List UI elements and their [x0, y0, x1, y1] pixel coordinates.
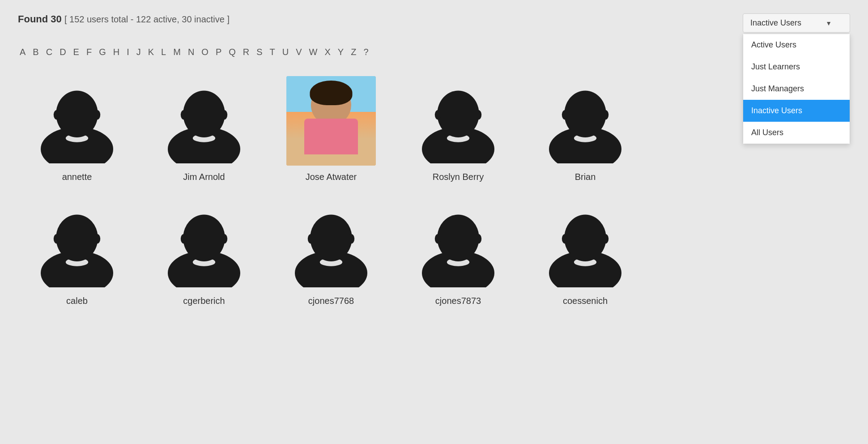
user-card[interactable]: cjones7873	[399, 200, 517, 306]
alpha-letter-s[interactable]: S	[255, 46, 264, 58]
filter-dropdown-button[interactable]: Inactive Users ▼	[743, 13, 850, 33]
dropdown-item-all-users[interactable]: All Users	[743, 122, 850, 144]
alpha-letter-e[interactable]: E	[72, 46, 81, 58]
user-card[interactable]: Jim Arnold	[145, 76, 263, 182]
alpha-letter-c[interactable]: C	[44, 46, 54, 58]
svg-point-10	[181, 110, 187, 120]
user-avatar	[32, 76, 122, 166]
alpha-letter-b[interactable]: B	[31, 46, 40, 58]
user-card[interactable]: Roslyn Berry	[399, 76, 517, 182]
alpha-letter-z[interactable]: Z	[349, 46, 358, 58]
svg-point-40	[308, 234, 314, 244]
alpha-letter-q[interactable]: Q	[227, 46, 238, 58]
user-name: caleb	[66, 296, 88, 306]
user-name: Jose Atwater	[306, 172, 357, 182]
user-card[interactable]: Brian	[526, 76, 644, 182]
alpha-letter-y[interactable]: Y	[336, 46, 345, 58]
svg-point-53	[602, 234, 608, 244]
alpha-letter-p[interactable]: P	[214, 46, 223, 58]
alpha-letter-r[interactable]: R	[241, 46, 251, 58]
svg-point-23	[602, 110, 608, 120]
svg-point-9	[183, 91, 225, 137]
svg-point-3	[56, 91, 98, 137]
user-avatar	[286, 200, 376, 290]
user-name: cgerberich	[183, 296, 225, 306]
user-name: annette	[62, 172, 92, 182]
user-avatar	[540, 200, 630, 290]
svg-point-21	[564, 91, 606, 137]
svg-point-27	[56, 215, 98, 261]
user-avatar	[286, 76, 376, 166]
alpha-letter-h[interactable]: H	[111, 46, 121, 58]
found-count: Found 30	[18, 13, 62, 25]
user-card[interactable]: cjones7768	[272, 200, 390, 306]
filter-dropdown-selected: Inactive Users	[750, 18, 801, 28]
user-name: coessenich	[563, 296, 608, 306]
user-name: Jim Arnold	[183, 172, 225, 182]
svg-point-52	[562, 234, 568, 244]
alpha-letter-d[interactable]: D	[58, 46, 68, 58]
chevron-down-icon: ▼	[825, 20, 832, 27]
alpha-letter-m[interactable]: M	[171, 46, 183, 58]
alpha-letter-k[interactable]: K	[146, 46, 156, 58]
svg-point-51	[564, 215, 606, 261]
found-text: Found 30 [ 152 users total - 122 active,…	[18, 13, 230, 25]
alpha-letter-o[interactable]: O	[200, 46, 210, 58]
alpha-nav: ABCDEFGHIJKLMNOPQRSTUVWXYZ?	[18, 46, 850, 58]
svg-point-41	[348, 234, 354, 244]
filter-dropdown-wrapper: Inactive Users ▼ Active Users Just Learn…	[743, 13, 850, 33]
user-card[interactable]: Jose Atwater	[272, 76, 390, 182]
user-avatar	[159, 76, 249, 166]
alpha-letter-w[interactable]: W	[307, 46, 319, 58]
svg-point-4	[54, 110, 60, 120]
svg-point-16	[435, 110, 441, 120]
user-card[interactable]: caleb	[18, 200, 136, 306]
alpha-letter-l[interactable]: L	[159, 46, 168, 58]
svg-point-35	[221, 234, 227, 244]
user-card[interactable]: annette	[18, 76, 136, 182]
svg-point-45	[437, 215, 479, 261]
alpha-letter-g[interactable]: G	[97, 46, 108, 58]
alpha-letter-x[interactable]: X	[323, 46, 332, 58]
alpha-letter-v[interactable]: V	[294, 46, 303, 58]
svg-point-46	[435, 234, 441, 244]
svg-point-15	[437, 91, 479, 137]
svg-point-29	[94, 234, 100, 244]
user-card[interactable]: coessenich	[526, 200, 644, 306]
svg-point-34	[181, 234, 187, 244]
user-avatar	[413, 76, 503, 166]
alpha-letter-f[interactable]: F	[85, 46, 94, 58]
svg-point-28	[54, 234, 60, 244]
alpha-letter-t[interactable]: T	[268, 46, 277, 58]
svg-point-33	[183, 215, 225, 261]
header-row: Found 30 [ 152 users total - 122 active,…	[18, 13, 850, 33]
filter-dropdown-menu: Active Users Just Learners Just Managers…	[743, 34, 850, 144]
svg-point-39	[310, 215, 352, 261]
dropdown-item-active-users[interactable]: Active Users	[743, 34, 850, 56]
user-name: Brian	[575, 172, 596, 182]
alpha-letter-?[interactable]: ?	[362, 46, 370, 58]
user-avatar	[413, 200, 503, 290]
alpha-letter-u[interactable]: U	[281, 46, 290, 58]
user-name: cjones7768	[308, 296, 354, 306]
user-name: cjones7873	[435, 296, 481, 306]
page-container: Found 30 [ 152 users total - 122 active,…	[0, 0, 868, 320]
user-grid: annette Jim Arnold Jose At	[18, 76, 644, 306]
dropdown-item-inactive-users[interactable]: Inactive Users	[743, 100, 850, 122]
user-avatar	[540, 76, 630, 166]
dropdown-item-just-managers[interactable]: Just Managers	[743, 78, 850, 100]
alpha-letter-j[interactable]: J	[135, 46, 143, 58]
alpha-letter-a[interactable]: A	[18, 46, 27, 58]
svg-point-5	[94, 110, 100, 120]
svg-point-11	[221, 110, 227, 120]
found-detail: [ 152 users total - 122 active, 30 inact…	[64, 14, 230, 24]
user-avatar	[159, 200, 249, 290]
alpha-letter-i[interactable]: I	[125, 46, 131, 58]
user-name: Roslyn Berry	[433, 172, 484, 182]
user-avatar	[32, 200, 122, 290]
dropdown-item-just-learners[interactable]: Just Learners	[743, 56, 850, 78]
alpha-letter-n[interactable]: N	[186, 46, 196, 58]
svg-point-22	[562, 110, 568, 120]
svg-point-17	[475, 110, 481, 120]
user-card[interactable]: cgerberich	[145, 200, 263, 306]
